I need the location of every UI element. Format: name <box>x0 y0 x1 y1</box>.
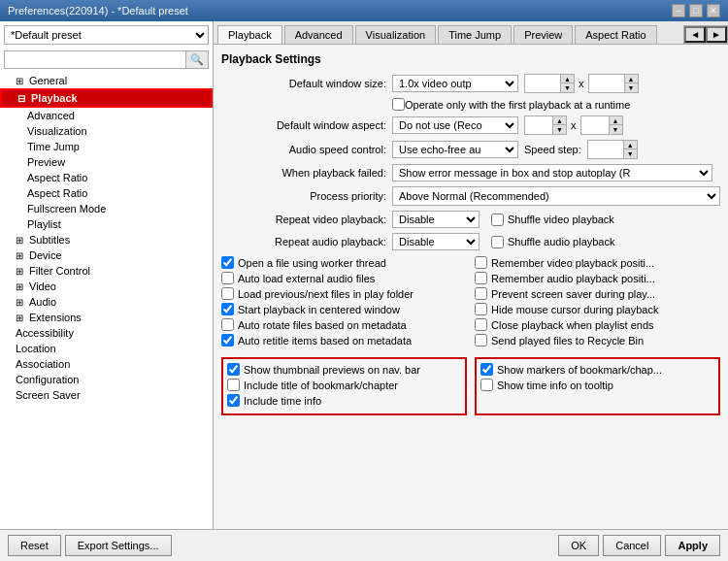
default-window-size-select[interactable]: 1.0x video outp <box>392 75 518 92</box>
aspect-den-up[interactable]: ▲ <box>609 116 622 125</box>
cb-remember-audio[interactable] <box>475 272 487 284</box>
process-priority-row: Process priority: Above Normal (Recommen… <box>221 186 720 206</box>
tab-aspect-ratio[interactable]: Aspect Ratio <box>575 25 656 44</box>
window-width-input[interactable]: 320 <box>525 77 560 90</box>
sidebar-item-playback[interactable]: ⊟Playback <box>0 88 213 108</box>
sidebar-item-visualization[interactable]: Visualization <box>0 123 213 139</box>
ok-button[interactable]: OK <box>558 535 599 556</box>
tab-time-jump[interactable]: Time Jump <box>438 25 512 44</box>
sidebar-item-advanced-sub[interactable]: Advanced <box>0 108 213 123</box>
sidebar-item-playlist[interactable]: Playlist <box>0 216 213 232</box>
aspect-den-down[interactable]: ▼ <box>609 125 622 134</box>
operate-only-checkbox[interactable] <box>392 98 405 111</box>
sidebar-item-screen-saver[interactable]: Screen Saver <box>0 387 213 403</box>
expand-icon[interactable]: ⊞ <box>16 250 27 261</box>
expand-icon[interactable]: ⊞ <box>16 281 27 292</box>
expand-icon[interactable]: ⊞ <box>16 297 27 308</box>
reset-button[interactable]: Reset <box>8 535 61 556</box>
cb-close-playlist-row: Close playback when playlist ends <box>475 318 720 331</box>
speed-step-down[interactable]: ▼ <box>623 149 637 158</box>
tab-visualization[interactable]: Visualization <box>355 25 437 44</box>
speed-step-up[interactable]: ▲ <box>623 141 637 149</box>
aspect-num-down[interactable]: ▼ <box>552 125 566 134</box>
cb-show-time-tooltip[interactable] <box>480 379 493 391</box>
sidebar-item-association[interactable]: Association <box>0 356 213 372</box>
expand-icon[interactable]: ⊞ <box>16 313 27 323</box>
speed-step-input[interactable]: 0.1 <box>588 143 623 156</box>
cb-show-thumbnails[interactable] <box>227 363 240 376</box>
sidebar-item-configuration[interactable]: Configuration <box>0 372 213 387</box>
cb-auto-load-audio[interactable] <box>221 272 234 284</box>
tab-advanced[interactable]: Advanced <box>284 25 353 44</box>
preset-select[interactable]: *Default preset <box>4 25 209 45</box>
tab-next-button[interactable]: ► <box>706 26 727 43</box>
cb-show-markers[interactable] <box>480 363 493 376</box>
panel-title: Playback Settings <box>221 52 720 66</box>
sidebar-item-accessibility[interactable]: Accessibility <box>0 325 213 341</box>
cb-prevent-screen-saver[interactable] <box>475 287 487 300</box>
audio-speed-select[interactable]: Use echo-free au <box>392 141 518 158</box>
sidebar-item-time-jump[interactable]: Time Jump <box>0 139 213 154</box>
aspect-den-input[interactable]: 3 <box>581 118 609 132</box>
export-settings-button[interactable]: Export Settings... <box>65 535 172 556</box>
sidebar-item-general[interactable]: ⊞General <box>0 73 213 88</box>
aspect-num-input[interactable]: 4 <box>525 118 552 132</box>
cb-hide-mouse[interactable] <box>475 303 487 315</box>
tab-prev-button[interactable]: ◄ <box>684 26 706 43</box>
cb-auto-rotate[interactable] <box>221 318 234 331</box>
sidebar-item-filter-control[interactable]: ⊞Filter Control <box>0 263 213 279</box>
sidebar-item-subtitles[interactable]: ⊞Subtitles <box>0 232 213 248</box>
search-input[interactable] <box>5 52 185 68</box>
cb-show-thumbnails-label: Show thumbnail previews on nav. bar <box>244 364 420 376</box>
cb-include-title[interactable] <box>227 379 240 391</box>
repeat-audio-select[interactable]: Disable <box>392 233 480 250</box>
cb-include-time[interactable] <box>227 394 240 407</box>
sidebar-item-device[interactable]: ⊞Device <box>0 248 213 263</box>
tab-preview[interactable]: Preview <box>513 25 573 44</box>
width-down-button[interactable]: ▼ <box>560 83 574 92</box>
expand-icon[interactable]: ⊞ <box>16 76 27 86</box>
cb-close-playlist[interactable] <box>475 318 487 331</box>
process-priority-select[interactable]: Above Normal (Recommended) <box>392 186 720 206</box>
cb-include-time-label: Include time info <box>244 395 321 407</box>
cancel-button[interactable]: Cancel <box>603 535 661 556</box>
cb-auto-rotate-row: Auto rotate files based on metadata <box>221 318 467 331</box>
cb-hide-mouse-row: Hide mouse cursor during playback <box>475 303 720 315</box>
sidebar-item-audio[interactable]: ⊞Audio <box>0 294 213 310</box>
playback-failed-select[interactable]: Show error message in box and stop autop… <box>392 164 712 182</box>
sidebar-item-location[interactable]: Location <box>0 341 213 356</box>
sidebar-item-fullscreen[interactable]: Fullscreen Mode <box>0 201 213 216</box>
height-down-button[interactable]: ▼ <box>624 83 638 92</box>
expand-icon[interactable]: ⊞ <box>16 235 27 246</box>
repeat-video-select[interactable]: Disable <box>392 211 480 228</box>
apply-button[interactable]: Apply <box>665 535 720 556</box>
sidebar-item-aspect-ratio[interactable]: Aspect Ratio <box>0 170 213 185</box>
aspect-num-up[interactable]: ▲ <box>552 116 566 125</box>
tab-bar: Playback Advanced Visualization Time Jum… <box>214 21 728 45</box>
sidebar-item-window-size[interactable]: Aspect Ratio <box>0 185 213 201</box>
cb-start-centered[interactable] <box>221 303 234 315</box>
search-icon[interactable]: 🔍 <box>185 51 208 68</box>
shuffle-video-checkbox[interactable] <box>491 214 504 226</box>
playback-failed-label: When playback failed: <box>221 167 386 179</box>
cb-auto-retitle[interactable] <box>221 334 234 346</box>
sidebar-item-video[interactable]: ⊞Video <box>0 279 213 294</box>
cb-send-recycle[interactable] <box>475 334 487 346</box>
expand-icon[interactable]: ⊞ <box>16 266 27 277</box>
sidebar-item-extensions[interactable]: ⊞Extensions <box>0 310 213 325</box>
minimize-button[interactable]: – <box>672 4 685 17</box>
cb-remember-video[interactable] <box>475 256 487 269</box>
maximize-button[interactable]: □ <box>689 4 703 17</box>
shuffle-audio-checkbox[interactable] <box>491 236 504 248</box>
expand-icon[interactable]: ⊟ <box>17 93 29 104</box>
cb-worker-thread[interactable] <box>221 256 234 269</box>
cb-load-prev-next[interactable] <box>221 287 234 300</box>
sidebar-item-preview[interactable]: Preview <box>0 154 213 170</box>
close-button[interactable]: ✕ <box>707 4 720 17</box>
height-up-button[interactable]: ▲ <box>624 75 638 83</box>
speed-step-label: Speed step: <box>524 144 581 155</box>
tab-playback[interactable]: Playback <box>217 25 282 44</box>
window-height-input[interactable]: 240 <box>589 77 624 90</box>
default-window-aspect-select[interactable]: Do not use (Reco <box>392 116 518 134</box>
width-up-button[interactable]: ▲ <box>560 75 574 83</box>
